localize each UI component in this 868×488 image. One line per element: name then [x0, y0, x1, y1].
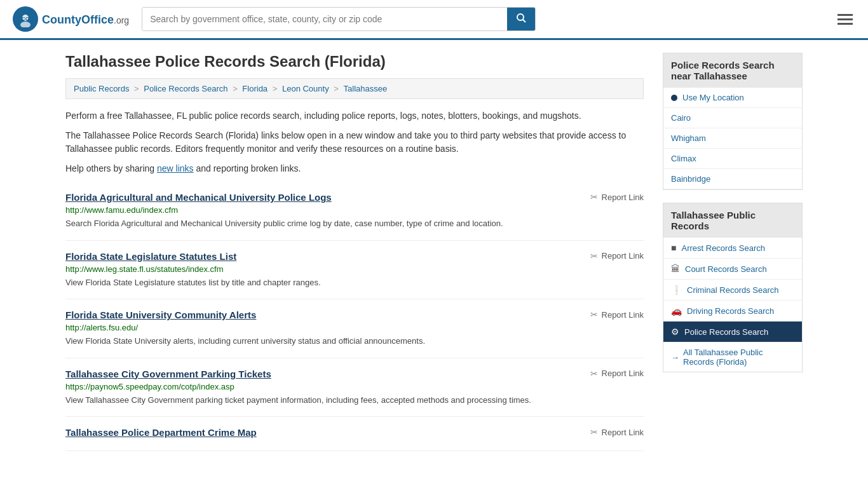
scissors-icon-4: ✂ [590, 427, 598, 437]
search-bar [142, 7, 536, 31]
sidebar-nearby-title: Police Records Search near Tallahassee [663, 53, 802, 88]
sidebar-public-records-section: Tallahassee Public Records ■ Arrest Reco… [663, 203, 803, 372]
breadcrumb: Public Records > Police Records Search >… [65, 78, 644, 99]
result-url-1[interactable]: http://www.leg.state.fl.us/statutes/inde… [65, 264, 644, 274]
logo-icon: CO [13, 6, 38, 32]
sidebar-nearby-bainbridge[interactable]: Bainbridge [663, 169, 802, 189]
description-3: Help others by sharing new links and rep… [65, 162, 644, 175]
sidebar-item-criminal-records[interactable]: ❕ Criminal Records Search [663, 280, 802, 301]
arrest-icon: ■ [671, 243, 676, 253]
criminal-icon: ❕ [671, 285, 682, 295]
breadcrumb-tallahassee[interactable]: Tallahassee [344, 84, 388, 93]
logo-text: CountyOffice.org [42, 12, 129, 27]
hamburger-menu-icon[interactable] [835, 11, 855, 27]
sidebar-public-records-title: Tallahassee Public Records [663, 203, 802, 238]
scissors-icon-3: ✂ [590, 369, 598, 379]
result-item: Florida Agricultural and Mechanical Univ… [65, 182, 644, 241]
result-url-3[interactable]: https://paynow5.speedpay.com/cotp/index.… [65, 382, 644, 391]
scissors-icon-0: ✂ [590, 192, 598, 202]
result-desc-2: View Florida State University alerts, in… [65, 335, 644, 348]
result-item: Florida State University Community Alert… [65, 299, 644, 358]
sidebar-item-arrest-records[interactable]: ■ Arrest Records Search [663, 238, 802, 259]
logo[interactable]: CO CountyOffice.org [13, 6, 129, 32]
result-title-1[interactable]: Florida State Legislature Statutes List [65, 251, 236, 262]
report-link-2[interactable]: ✂ Report Link [590, 309, 644, 320]
breadcrumb-florida[interactable]: Florida [242, 84, 268, 93]
result-title-0[interactable]: Florida Agricultural and Mechanical Univ… [65, 192, 332, 203]
arrow-icon: → [671, 353, 679, 362]
result-desc-1: View Florida State Legislature statutes … [65, 276, 644, 289]
sidebar-all-records-link[interactable]: → All Tallahassee Public Records (Florid… [663, 342, 802, 372]
result-desc-3: View Tallahassee City Government parking… [65, 394, 644, 407]
result-item: Tallahassee Police Department Crime Map … [65, 417, 644, 451]
result-title-3[interactable]: Tallahassee City Government Parking Tick… [65, 369, 271, 379]
sidebar-nearby-climax[interactable]: Climax [663, 149, 802, 169]
sidebar-use-location[interactable]: Use My Location [663, 88, 802, 108]
search-button[interactable] [507, 8, 535, 30]
location-dot-icon [671, 95, 677, 101]
description-2: The Tallahassee Police Records Search (F… [65, 129, 644, 156]
breadcrumb-leon-county[interactable]: Leon County [282, 84, 329, 93]
content-wrapper: Tallahassee Police Records Search (Flori… [53, 40, 815, 464]
report-link-4[interactable]: ✂ Report Link [590, 427, 644, 437]
result-title-2[interactable]: Florida State University Community Alert… [65, 309, 256, 320]
sidebar-nearby-whigham[interactable]: Whigham [663, 128, 802, 149]
police-icon: ⚙ [671, 327, 679, 337]
result-desc-0: Search Florida Agricultural and Mechanic… [65, 217, 644, 230]
sidebar-item-police-records[interactable]: ⚙ Police Records Search [663, 322, 802, 342]
sidebar-item-court-records[interactable]: 🏛 Court Records Search [663, 259, 802, 280]
main-content: Tallahassee Police Records Search (Flori… [65, 53, 644, 451]
sidebar-nearby-section: Police Records Search near Tallahassee U… [663, 53, 803, 190]
result-url-0[interactable]: http://www.famu.edu/index.cfm [65, 205, 644, 215]
search-input[interactable] [142, 8, 507, 30]
result-item: Florida State Legislature Statutes List … [65, 241, 644, 300]
sidebar-nearby-cairo[interactable]: Cairo [663, 108, 802, 128]
scissors-icon-1: ✂ [590, 251, 598, 261]
svg-text:CO: CO [22, 16, 29, 22]
result-title-4[interactable]: Tallahassee Police Department Crime Map [65, 427, 257, 438]
result-item: Tallahassee City Government Parking Tick… [65, 358, 644, 417]
sidebar: Police Records Search near Tallahassee U… [663, 53, 803, 451]
report-link-0[interactable]: ✂ Report Link [590, 192, 644, 202]
result-url-2[interactable]: http://alerts.fsu.edu/ [65, 323, 644, 332]
svg-line-5 [523, 20, 526, 23]
scissors-icon-2: ✂ [590, 309, 598, 320]
court-icon: 🏛 [671, 264, 680, 274]
breadcrumb-public-records[interactable]: Public Records [74, 84, 129, 93]
sidebar-item-driving-records[interactable]: 🚗 Driving Records Search [663, 301, 802, 322]
new-links-link[interactable]: new links [157, 163, 194, 173]
header: CO CountyOffice.org [0, 0, 868, 40]
report-link-1[interactable]: ✂ Report Link [590, 251, 644, 261]
page-title: Tallahassee Police Records Search (Flori… [65, 53, 644, 71]
description-1: Perform a free Tallahassee, FL public po… [65, 109, 644, 123]
breadcrumb-police-records-search[interactable]: Police Records Search [144, 84, 227, 93]
report-link-3[interactable]: ✂ Report Link [590, 369, 644, 379]
driving-icon: 🚗 [671, 306, 682, 316]
